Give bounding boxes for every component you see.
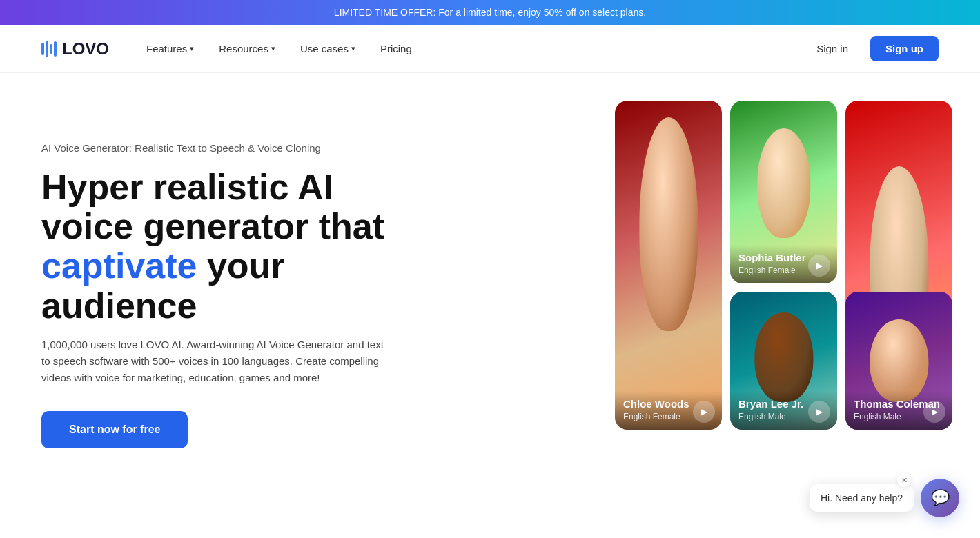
nav-pricing[interactable]: Pricing	[371, 37, 422, 60]
logo-text: LOVO	[62, 39, 109, 59]
chat-close-button[interactable]: ✕	[897, 473, 911, 487]
voice-card-bryan[interactable]: Bryan Lee Jr. English Male ▶	[730, 292, 837, 430]
nav-use-cases[interactable]: Use cases ▾	[291, 37, 365, 60]
use-cases-label: Use cases	[300, 43, 349, 54]
promo-banner: LIMITED TIME OFFER: For a limited time, …	[0, 0, 980, 25]
voice-card-thomas[interactable]: Thomas Coleman English Male ▶	[845, 292, 952, 430]
logo-bar-2	[46, 41, 48, 57]
nav-links: Features ▾ Resources ▾ Use cases ▾ Prici…	[137, 37, 805, 60]
features-chevron-icon: ▾	[190, 44, 194, 53]
voice-grid-row2: Bryan Lee Jr. English Male ▶ Thomas Cole…	[730, 292, 952, 430]
logo[interactable]: LOVO	[41, 39, 109, 59]
nav-actions: Sign in Sign up	[805, 36, 939, 61]
chat-icon: 💬	[931, 489, 950, 507]
chat-bubble: Hi. Need any help? ✕ 💬	[810, 479, 959, 517]
hero-title-accent: captivate	[41, 246, 197, 286]
voice-card-sophia[interactable]: Sophia Butler English Female ▶	[730, 101, 837, 283]
play-button-chloe[interactable]: ▶	[693, 401, 715, 423]
pricing-label: Pricing	[380, 43, 412, 54]
hero-title-part1: Hyper realistic AI voice generator that	[41, 167, 384, 246]
play-button-bryan[interactable]: ▶	[808, 401, 830, 423]
logo-bar-1	[41, 43, 44, 55]
logo-icon	[41, 41, 57, 57]
hero-subtitle: AI Voice Generator: Realistic Text to Sp…	[41, 142, 428, 154]
hero-section: AI Voice Generator: Realistic Text to Sp…	[0, 73, 980, 538]
use-cases-chevron-icon: ▾	[351, 44, 355, 53]
banner-text: LIMITED TIME OFFER: For a limited time, …	[334, 7, 646, 18]
main-nav: LOVO Features ▾ Resources ▾ Use cases ▾ …	[0, 25, 980, 73]
nav-resources[interactable]: Resources ▾	[209, 37, 285, 60]
hero-description: 1,000,000 users love LOVO AI. Award-winn…	[41, 337, 386, 386]
play-button-thomas[interactable]: ▶	[923, 401, 945, 423]
resources-label: Resources	[219, 43, 268, 54]
chat-bubble-text: Hi. Need any help?	[810, 484, 914, 512]
logo-bar-4	[54, 41, 57, 57]
features-label: Features	[146, 43, 187, 54]
chat-open-button[interactable]: 💬	[921, 479, 959, 517]
resources-chevron-icon: ▾	[271, 44, 275, 53]
nav-features[interactable]: Features ▾	[137, 37, 204, 60]
start-free-button[interactable]: Start now for free	[41, 411, 188, 448]
hero-title: Hyper realistic AI voice generator that …	[41, 168, 428, 326]
hero-content: AI Voice Generator: Realistic Text to Sp…	[41, 114, 428, 448]
signin-button[interactable]: Sign in	[805, 37, 859, 60]
logo-bar-3	[50, 44, 52, 54]
signup-button[interactable]: Sign up	[870, 36, 939, 61]
voice-card-chloe[interactable]: Chloe Woods English Female ▶	[615, 101, 722, 430]
play-button-sophia[interactable]: ▶	[808, 255, 830, 277]
